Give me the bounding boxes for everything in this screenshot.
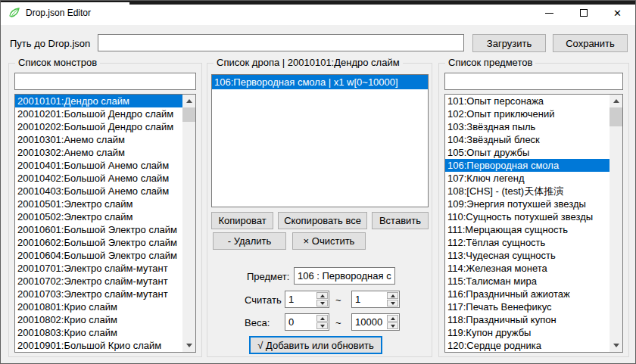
list-item[interactable]: 20010602:Большой Электро слайм xyxy=(15,236,182,249)
app-icon xyxy=(8,7,20,19)
list-item[interactable]: 112:Тёплая сущность xyxy=(445,236,610,249)
items-list: 101:Опыт персонажа102:Опыт приключений10… xyxy=(445,95,610,352)
count-min-input[interactable] xyxy=(285,291,316,307)
count-max-input[interactable] xyxy=(352,291,387,307)
list-item[interactable]: 114:Железная монета xyxy=(445,262,610,275)
copy-button[interactable]: Копироват xyxy=(211,212,273,229)
list-item[interactable]: 105:Опыт дружбы xyxy=(445,146,610,159)
list-item[interactable]: 111:Мерцающая сущность xyxy=(445,223,610,236)
list-item[interactable]: 20010702:Электро слайм-мутант xyxy=(15,275,182,288)
count-max-stepper[interactable] xyxy=(351,291,400,308)
list-item[interactable]: 20010703:Электро слайм-мутант xyxy=(15,288,182,300)
paste-button[interactable]: Вставить xyxy=(372,212,429,229)
drops-list: 106:Первородная смола | x1 w[0~10000] xyxy=(212,75,428,207)
list-item[interactable]: 117:Печать Венефикус xyxy=(445,300,610,313)
list-item[interactable]: 20010202:Большой Дендро слайм xyxy=(15,120,182,133)
list-item[interactable]: 20010604:Большой Электро слайм xyxy=(15,249,182,262)
list-item[interactable]: 120:Сердце родника xyxy=(445,339,610,352)
list-item[interactable]: 118:Праздничный купон xyxy=(445,313,610,326)
scrollbar-thumb[interactable] xyxy=(182,107,195,122)
close-button[interactable]: ✕ xyxy=(600,2,634,24)
list-item[interactable]: 103:Звёздная пыль xyxy=(445,120,610,133)
list-item[interactable]: 20010302:Анемо слайм xyxy=(15,146,182,159)
list-item[interactable]: 20010401:Большой Анемо слайм xyxy=(15,159,182,172)
list-item[interactable]: 20010502:Электро слайм xyxy=(15,210,182,223)
path-input[interactable] xyxy=(98,34,464,51)
spin-up-button[interactable] xyxy=(316,292,328,299)
list-item[interactable]: 119:Купон дружбы xyxy=(445,326,610,339)
save-button[interactable]: Сохранить xyxy=(553,34,628,52)
list-item[interactable]: 106:Первородная смола | x1 w[0~10000] xyxy=(212,75,428,89)
drops-listbox[interactable]: 106:Первородная смола | x1 w[0~10000] xyxy=(211,74,429,207)
scroll-down-button[interactable] xyxy=(182,339,195,352)
list-item[interactable]: 20010901:Большой Крио слайм xyxy=(15,339,182,352)
list-item[interactable]: 102:Опыт приключений xyxy=(445,107,610,120)
scroll-down-icon xyxy=(186,344,192,347)
list-item[interactable]: 108:[CHS] - (test)天体推演 xyxy=(445,185,610,198)
spin-down-button[interactable] xyxy=(316,300,328,306)
scroll-up-button[interactable] xyxy=(182,95,195,107)
monsters-listbox[interactable]: 20010101:Дендро слайм20010201:Большой Де… xyxy=(14,94,196,353)
maximize-button[interactable] xyxy=(566,2,600,24)
items-filter-input[interactable] xyxy=(444,73,623,90)
weight-min-stepper[interactable] xyxy=(285,313,329,331)
list-item[interactable]: 20010402:Большой Анемо слайм xyxy=(15,172,182,185)
list-item[interactable]: 20010101:Дендро слайм xyxy=(15,95,182,107)
items-scrollbar[interactable] xyxy=(610,95,622,352)
list-item[interactable]: 104:Звёздный блеск xyxy=(445,133,610,146)
load-button[interactable]: Загрузить xyxy=(472,34,546,52)
add-or-update-button[interactable]: √ Добавить или обновить xyxy=(249,336,382,354)
list-item[interactable]: 107:Ключ легенд xyxy=(445,172,610,185)
list-item[interactable]: 109:Энергия потухшей звезды xyxy=(445,198,610,210)
spin-down-button[interactable] xyxy=(316,322,328,329)
spin-down-icon xyxy=(320,302,325,305)
weight-max-input[interactable] xyxy=(352,314,387,330)
weight-max-stepper[interactable] xyxy=(351,313,400,331)
spin-down-button[interactable] xyxy=(387,322,398,329)
scrollbar-thumb[interactable] xyxy=(610,107,622,126)
spin-down-icon xyxy=(320,325,325,328)
clear-button[interactable]: × Очистить xyxy=(292,232,366,250)
spin-up-icon xyxy=(391,317,395,320)
minimize-icon xyxy=(545,13,553,14)
copy-all-button[interactable]: Скопировать все xyxy=(278,212,367,229)
weight-tilde: ~ xyxy=(335,317,341,328)
list-item[interactable]: 115:Талисман мира xyxy=(445,275,610,288)
weight-min-input[interactable] xyxy=(285,314,316,330)
drops-group-title: Список дропа | 20010101:Дендро слайм xyxy=(214,57,403,68)
list-item[interactable]: 20010802:Крио слайм xyxy=(15,313,182,326)
list-item[interactable]: 20010701:Электро слайм-мутант xyxy=(15,262,182,275)
list-item[interactable]: 110:Сущность потухшей звезды xyxy=(445,210,610,223)
items-listbox[interactable]: 101:Опыт персонажа102:Опыт приключений10… xyxy=(444,94,623,353)
monsters-scrollbar[interactable] xyxy=(182,95,195,352)
list-item[interactable]: 20010601:Большой Электро слайм xyxy=(15,223,182,236)
scroll-up-icon xyxy=(186,99,192,103)
spin-down-button[interactable] xyxy=(387,300,398,306)
delete-button[interactable]: - Удалить xyxy=(213,232,286,250)
spin-up-icon xyxy=(391,294,395,297)
list-item[interactable]: 116:Праздничный ажиотаж xyxy=(445,288,610,300)
list-item[interactable]: 20010403:Большой Анемо слайм xyxy=(15,185,182,198)
path-label: Путь до Drop.json xyxy=(10,38,90,49)
spin-up-button[interactable] xyxy=(387,315,398,322)
list-item[interactable]: 20010801:Крио слайм xyxy=(15,300,182,313)
count-tilde: ~ xyxy=(335,294,341,306)
spin-down-icon xyxy=(391,302,395,305)
item-input[interactable] xyxy=(294,267,395,285)
scroll-down-button[interactable] xyxy=(610,339,622,352)
list-item[interactable]: 20010501:Электро слайм xyxy=(15,198,182,210)
list-item[interactable]: 20010201:Большой Дендро слайм xyxy=(15,107,182,120)
spin-up-icon xyxy=(320,294,325,297)
spin-up-button[interactable] xyxy=(387,292,398,299)
monsters-list: 20010101:Дендро слайм20010201:Большой Де… xyxy=(15,95,182,352)
list-item[interactable]: 101:Опыт персонажа xyxy=(445,95,610,107)
list-item[interactable]: 106:Первородная смола xyxy=(445,159,610,172)
monsters-filter-input[interactable] xyxy=(14,73,196,90)
minimize-button[interactable] xyxy=(532,2,566,24)
list-item[interactable]: 20010803:Крио слайм xyxy=(15,326,182,339)
list-item[interactable]: 113:Чудесная сущность xyxy=(445,249,610,262)
count-min-stepper[interactable] xyxy=(285,291,329,308)
list-item[interactable]: 20010301:Анемо слайм xyxy=(15,133,182,146)
scroll-up-button[interactable] xyxy=(610,95,622,107)
spin-up-button[interactable] xyxy=(316,315,328,322)
